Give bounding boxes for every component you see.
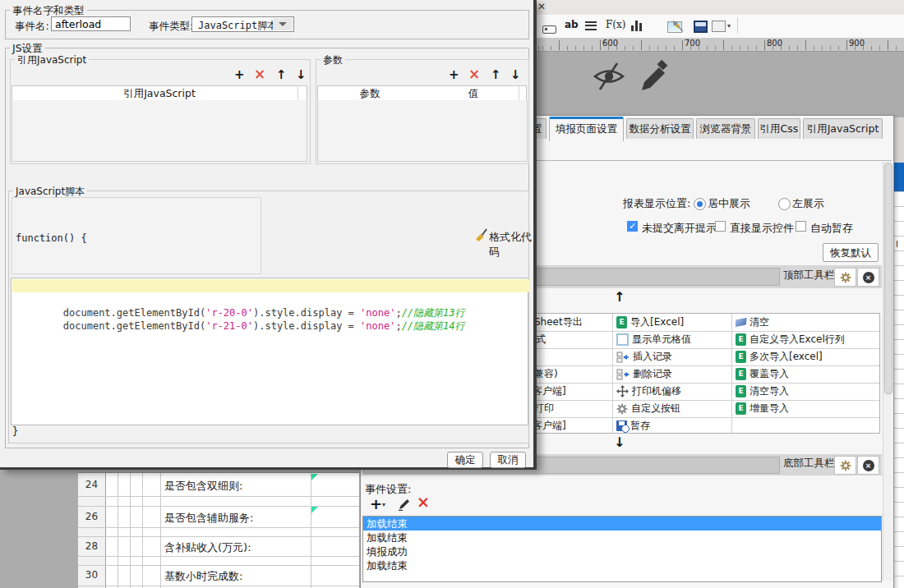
bar-chart-icon[interactable]	[631, 21, 642, 31]
cell-label[interactable]: 是否包含双细则:	[164, 479, 242, 494]
grid-cell[interactable]: 显示单元格值	[616, 331, 691, 348]
screenshot-stage: ✕ ab F(x) ▾ 600 700 800 900	[0, 0, 904, 588]
cancel-button[interactable]: 取消	[490, 452, 526, 468]
grid-cell[interactable]: 导入[Excel]	[616, 314, 684, 331]
grid-cell[interactable]: 覆盖导入	[736, 365, 789, 383]
insert-shape-icon[interactable]	[712, 21, 726, 32]
dropdown-value: JavaScript脚本	[198, 19, 277, 33]
grid-cell[interactable]: 删除记录	[616, 365, 672, 383]
grid-cell[interactable]: 多次导入[excel]	[736, 348, 823, 365]
row-number[interactable]: 28	[78, 540, 105, 552]
eraser-icon	[736, 318, 747, 328]
ref-js-table-header: 引用JavaScript	[12, 85, 307, 102]
toolbar-separator	[737, 17, 738, 34]
move-down-arrow[interactable]: ↓	[614, 434, 625, 450]
param-up-button[interactable]: ↑	[491, 68, 501, 81]
param-delete-button[interactable]: ×	[468, 67, 480, 80]
tab-browser-background[interactable]: 浏览器背景	[696, 118, 755, 139]
cell-label[interactable]: 基数小时完成数:	[164, 569, 242, 584]
grid-cell[interactable]: 暂存	[616, 417, 650, 434]
grid-cell[interactable]: 打印机偏移	[616, 383, 681, 400]
event-list-item[interactable]: 加载结束	[363, 517, 881, 531]
grid-cell[interactable]: 清空导入	[736, 383, 789, 400]
grid-cell[interactable]: 打印	[534, 400, 554, 417]
param-add-button[interactable]: +	[449, 68, 459, 81]
event-list-item[interactable]: 加载结束	[363, 531, 881, 544]
top-toolbar-close-button[interactable]	[857, 268, 879, 287]
excel-icon	[736, 351, 746, 363]
checkbox-auto-stash[interactable]	[796, 221, 806, 232]
top-toolbar-gear-button[interactable]	[834, 268, 856, 287]
grid-cell[interactable]: Sheet导出	[534, 314, 583, 331]
tab-reference-css[interactable]: 引用Css	[758, 118, 800, 139]
code-editor[interactable]: document.getElementById('r-20-0').style.…	[11, 278, 528, 425]
grid-cell[interactable]: 增量导入	[736, 400, 789, 417]
checkbox-directly-show-widgets[interactable]	[715, 221, 726, 232]
cell-label[interactable]: 是否包含辅助服务:	[164, 511, 253, 526]
move-up-arrow[interactable]: ↑	[614, 289, 625, 305]
radio-center-display[interactable]	[694, 198, 706, 210]
format-brush-icon[interactable]	[473, 227, 487, 241]
settings-scrollbar[interactable]	[883, 162, 892, 581]
grid-cell[interactable]: 式	[536, 331, 546, 348]
save-icon	[616, 420, 627, 431]
scrollbar-thumb[interactable]	[884, 163, 892, 394]
param-table-body[interactable]	[317, 100, 528, 162]
chevron-down-icon	[279, 22, 287, 26]
align-icon[interactable]	[585, 21, 597, 30]
event-list[interactable]: 加载结束 加载结束 填报成功 加载结束	[362, 516, 882, 582]
grid-cell[interactable]: 兼容)	[534, 365, 558, 383]
add-event-caret-icon[interactable]: ▾	[382, 501, 385, 508]
tab-reference-javascript[interactable]: 引用JavaScript	[803, 118, 883, 139]
ok-button[interactable]: 确定	[447, 452, 483, 468]
grid-cell[interactable]: 自定义按钮	[616, 400, 680, 417]
cell-label[interactable]: 含补贴收入(万元):	[164, 540, 251, 555]
dropdown-arrow[interactable]	[273, 18, 293, 30]
textfield-icon[interactable]	[542, 25, 556, 34]
event-dialog: 事件名字和类型 事件名: 事件类型: JavaScript脚本 JS设置 引用J…	[0, 0, 537, 470]
document-tab-close-icon[interactable]: ✕	[537, 1, 546, 12]
move-icon	[616, 385, 629, 397]
ref-js-down-button[interactable]: ↓	[296, 68, 307, 81]
grid-cell[interactable]: 自定义导入Excel行列	[736, 331, 845, 348]
grid-cell[interactable]: 客户端]	[533, 383, 566, 400]
frame-image-icon[interactable]	[694, 21, 708, 33]
ref-js-up-button[interactable]: ↑	[276, 68, 287, 81]
add-event-button[interactable]: +	[370, 495, 382, 512]
group-legend: 引用JavaScript	[15, 53, 89, 67]
format-code-button[interactable]: 格式化代码	[489, 230, 533, 260]
event-list-item[interactable]: 加载结束	[363, 558, 881, 572]
row-number[interactable]: 26	[78, 511, 105, 522]
ab-icon[interactable]: ab	[565, 19, 579, 30]
ref-js-table-body[interactable]	[12, 100, 307, 162]
formula-icon[interactable]: F(x)	[606, 19, 625, 30]
edit-event-pencil-icon[interactable]	[398, 498, 410, 511]
event-name-input[interactable]	[51, 16, 131, 31]
checkbox-unsubmitted-leave-prompt[interactable]	[627, 221, 638, 232]
code-line-highlighted[interactable]	[12, 279, 530, 292]
event-type-dropdown[interactable]: JavaScript脚本	[191, 16, 294, 32]
tab-data-analysis-settings[interactable]: 数据分析设置	[626, 118, 694, 139]
grid-cell[interactable]: 清空	[736, 314, 769, 331]
ruler-mark: 900	[849, 39, 865, 48]
row-number[interactable]: 24	[78, 479, 105, 490]
restore-default-button[interactable]: 恢复默认	[823, 243, 879, 262]
bottom-toolbar-gear-button[interactable]	[834, 456, 856, 475]
delete-event-button[interactable]: ×	[417, 493, 430, 511]
ref-js-delete-button[interactable]: ×	[254, 67, 265, 80]
row-number[interactable]: 30	[78, 569, 105, 581]
ref-js-add-button[interactable]: +	[234, 68, 245, 81]
insert-shape-caret-icon[interactable]: ▾	[727, 22, 731, 30]
event-list-item[interactable]: 填报成功	[363, 544, 881, 558]
code-line[interactable]: document.getElementById('r-20-0').style.…	[12, 293, 530, 306]
pointer-icon[interactable]	[671, 20, 685, 33]
insert-record-icon	[616, 351, 630, 363]
tab-fill-page-settings[interactable]: 填报页面设置	[549, 117, 624, 141]
grid-cell[interactable]: 插入记录	[616, 348, 672, 365]
spreadsheet[interactable]: 24 26 28 30 是否包含双细则: 是否包含辅助服务: 含补贴收入(万元)…	[78, 472, 359, 588]
bottom-toolbar-close-button[interactable]	[857, 456, 879, 475]
grid-cell[interactable]: 客户端]	[533, 417, 566, 434]
code-line[interactable]: document.getElementById('r-21-0').style.…	[12, 306, 530, 319]
param-down-button[interactable]: ↓	[510, 68, 521, 81]
radio-left-display[interactable]	[778, 198, 791, 210]
